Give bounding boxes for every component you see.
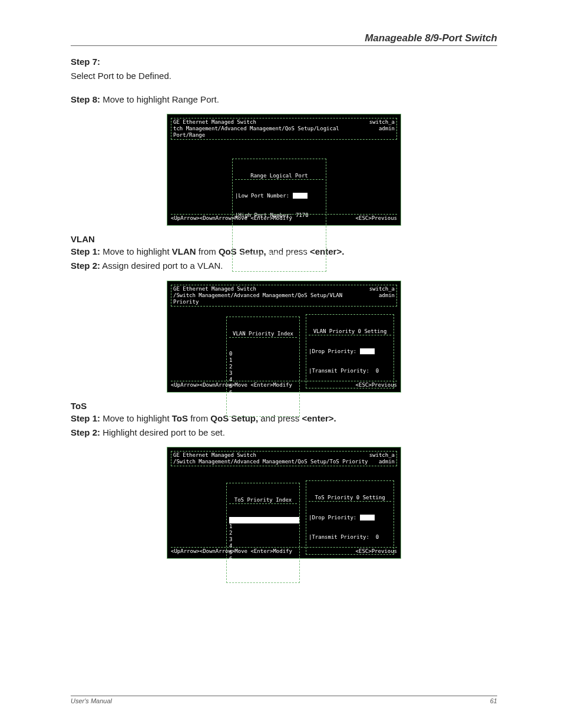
term1-drop-priority: |Drop Priority: Low — [235, 232, 323, 238]
term2-footer-left: <UpArrow><DownArrow>Move <Enter>Modify — [171, 382, 292, 388]
terminal-screenshot-3: GE Ethernet Managed Switch /Switch Manag… — [167, 447, 401, 559]
term3-path: /Switch Management/Advanced Management/Q… — [173, 459, 368, 465]
page-number: 61 — [490, 697, 497, 704]
term3-user: admin — [369, 459, 395, 465]
term2-footer-right: <ESC>Previous — [356, 382, 397, 388]
term2-user: admin — [369, 292, 395, 299]
term1-title: GE Ethernet Managed Switch — [173, 119, 369, 126]
term3-drop-priority-label: |Drop Priority: — [309, 515, 360, 521]
term1-host: switch_a — [369, 119, 395, 126]
term2-title: GE Ethernet Managed Switch — [173, 286, 369, 292]
term2-drop-priority-value: High — [360, 348, 375, 354]
term2-host: switch_a — [369, 286, 395, 292]
tos-step2-label: Step 2: — [71, 427, 100, 437]
step8-label: Step 8: — [71, 94, 100, 104]
term2-path: /Switch Management/Advanced Management/Q… — [173, 292, 369, 305]
term2-left-title: VLAN Priority Index — [229, 331, 297, 338]
step8-line: Step 8: Move to highlight Range Port. — [71, 93, 497, 106]
vlan-step1-label: Step 1: — [71, 246, 100, 256]
tos-step1-label: Step 1: — [71, 413, 100, 423]
tos-step2: Step 2: Highlight desired port to be set… — [71, 426, 497, 439]
term1-path: tch Management/Advanced Management/QoS S… — [173, 126, 369, 139]
step7-label: Step 7: — [71, 55, 497, 68]
term1-footer-left: <UpArrow><DownArrow>Move <Enter>Modify — [171, 215, 292, 222]
footer-left: User's Manual — [71, 697, 112, 704]
page: Manageable 8/9-Port Switch Step 7: Selec… — [0, 0, 562, 728]
page-footer: User's Manual 61 — [71, 696, 497, 704]
vlan-step2-label: Step 2: — [71, 261, 100, 271]
term3-drop-priority-value: High — [360, 515, 375, 521]
term1-low-port-label: |Low Port Number: — [235, 193, 293, 199]
step7-text: Select Port to be Defined. — [71, 70, 497, 83]
term2-right-title: VLAN Priority 0 Setting — [309, 328, 391, 335]
term1-transmit-priority: |Transmit Priority: 7 — [235, 251, 323, 258]
term2-transmit-priority: |Transmit Priority: 0 — [309, 368, 391, 374]
page-header: Manageable 8/9-Port Switch — [71, 32, 497, 46]
term1-panel-title: Range Logical Port — [235, 173, 323, 180]
term1-user: admin — [369, 126, 395, 132]
step8-text: Move to highlight Range Port. — [100, 94, 219, 104]
term2-drop-priority-label: |Drop Priority: — [309, 348, 360, 354]
term1-footer-right: <ESC>Previous — [356, 215, 397, 222]
term3-footer-right: <ESC>Previous — [356, 548, 397, 555]
terminal-screenshot-1: GE Ethernet Managed Switch tch Managemen… — [167, 114, 401, 226]
term3-footer-left: <UpArrow><DownArrow>Move <Enter>Modify — [171, 548, 292, 555]
term3-transmit-priority: |Transmit Priority: 0 — [309, 534, 391, 541]
term3-left-title: ToS Priority Index — [229, 497, 297, 504]
term3-host: switch_a — [369, 452, 395, 459]
terminal-screenshot-2: GE Ethernet Managed Switch /Switch Manag… — [167, 281, 401, 393]
term3-right-title: ToS Priority 0 Setting — [309, 495, 391, 502]
term2-index-list: 0 1 2 3 4 5 6 7 — [229, 351, 297, 403]
term1-low-port-value: 5970 — [293, 193, 308, 199]
term3-title: GE Ethernet Managed Switch — [173, 452, 368, 459]
